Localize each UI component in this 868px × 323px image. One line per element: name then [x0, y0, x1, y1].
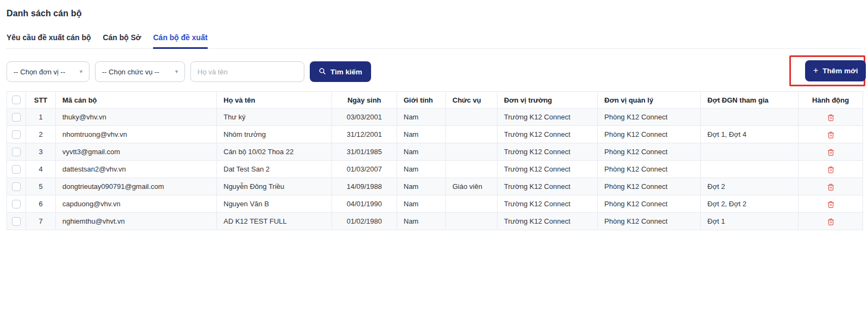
header-ma-can-bo: Mã cán bộ: [56, 92, 217, 109]
cell-dob: 01/03/2007: [332, 161, 397, 178]
chevron-down-icon: ▼: [174, 69, 179, 74]
cell-name: Thư ký: [217, 109, 332, 126]
row-checkbox-cell: [7, 143, 26, 161]
trash-icon[interactable]: [827, 113, 835, 122]
trash-icon[interactable]: [827, 131, 835, 139]
cell-dob: 14/09/1988: [332, 178, 397, 195]
cell-dob: 31/12/2001: [332, 126, 397, 143]
header-hanh-dong: Hành động: [799, 92, 863, 109]
search-button-label: Tìm kiếm: [330, 68, 362, 76]
table-row: 4dattestsan2@vhv.vnDat Test San 201/03/2…: [7, 161, 863, 178]
trash-icon[interactable]: [827, 218, 835, 226]
header-don-vi-truong: Đơn vị trường: [497, 92, 598, 109]
cell-rounds: Đợt 2, Đợt 2: [701, 195, 799, 213]
cell-stt: 2: [26, 126, 56, 143]
name-search-input[interactable]: [190, 61, 304, 82]
row-checkbox[interactable]: [12, 165, 21, 174]
cell-school: Trường K12 Connect: [497, 213, 598, 230]
trash-icon[interactable]: [827, 200, 835, 208]
cell-dob: 04/01/1990: [332, 195, 397, 213]
chevron-down-icon: ▼: [79, 69, 84, 74]
cell-gender: Nam: [397, 161, 446, 178]
row-checkbox[interactable]: [12, 217, 21, 226]
trash-icon[interactable]: [827, 183, 835, 191]
add-new-button[interactable]: + Thêm mới: [805, 60, 866, 81]
cell-school: Trường K12 Connect: [497, 143, 598, 161]
cell-code: nghiemthu@vhvt.vn: [56, 213, 217, 230]
tab-can-bo-so[interactable]: Cán bộ Sở: [103, 33, 142, 48]
row-actions-cell: [799, 109, 863, 126]
cell-managing: Phòng K12 Connect: [598, 161, 701, 178]
row-checkbox[interactable]: [12, 182, 21, 191]
cell-code: nhomtruong@vhv.vn: [56, 126, 217, 143]
cell-school: Trường K12 Connect: [497, 178, 598, 195]
cell-position: [446, 213, 497, 230]
row-actions-cell: [799, 195, 863, 213]
row-checkbox[interactable]: [12, 148, 21, 156]
header-dot-dgn: Đợt ĐGN tham gia: [701, 92, 799, 109]
cell-name: Dat Test San 2: [217, 161, 332, 178]
cell-position: [446, 143, 497, 161]
cell-name: Cán bộ 10/02 Thoa 22: [217, 143, 332, 161]
select-all-checkbox[interactable]: [12, 96, 21, 104]
page-title: Danh sách cán bộ: [7, 9, 861, 18]
tab-can-bo-de-xuat[interactable]: Cán bộ đề xuất: [153, 33, 207, 48]
cell-managing: Phòng K12 Connect: [598, 143, 701, 161]
cell-school: Trường K12 Connect: [497, 109, 598, 126]
cell-school: Trường K12 Connect: [497, 126, 598, 143]
cell-position: [446, 161, 497, 178]
header-ngay-sinh: Ngày sinh: [332, 92, 397, 109]
search-button[interactable]: Tìm kiếm: [310, 61, 371, 82]
filter-toolbar: -- Chọn đơn vị -- ▼ -- Chọn chức vụ -- ▼…: [7, 61, 861, 83]
row-checkbox-cell: [7, 126, 26, 143]
cell-code: dongtrieutay090791@gmail.com: [56, 178, 217, 195]
tab-bar: Yêu cầu đề xuất cán bộ Cán bộ Sở Cán bộ …: [7, 33, 861, 49]
cell-stt: 7: [26, 213, 56, 230]
cell-gender: Nam: [397, 126, 446, 143]
cell-stt: 5: [26, 178, 56, 195]
add-new-button-label: Thêm mới: [822, 67, 858, 75]
cell-school: Trường K12 Connect: [497, 195, 598, 213]
cell-managing: Phòng K12 Connect: [598, 213, 701, 230]
cell-stt: 6: [26, 195, 56, 213]
trash-icon[interactable]: [827, 148, 835, 156]
header-don-vi-quan-ly: Đơn vị quản lý: [598, 92, 701, 109]
cell-name: Nguyễn Đông Triều: [217, 178, 332, 195]
row-checkbox[interactable]: [12, 113, 21, 122]
cell-rounds: [701, 109, 799, 126]
row-checkbox[interactable]: [12, 130, 21, 139]
cell-managing: Phòng K12 Connect: [598, 126, 701, 143]
cell-gender: Nam: [397, 109, 446, 126]
cell-code: dattestsan2@vhv.vn: [56, 161, 217, 178]
cell-managing: Phòng K12 Connect: [598, 109, 701, 126]
table-row: 7nghiemthu@vhvt.vnAD K12 TEST FULL01/02/…: [7, 213, 863, 230]
cell-gender: Nam: [397, 178, 446, 195]
cell-dob: 31/01/1985: [332, 143, 397, 161]
cell-stt: 1: [26, 109, 56, 126]
unit-select-value: -- Chọn đơn vị --: [14, 68, 65, 76]
row-checkbox[interactable]: [12, 200, 21, 208]
cell-managing: Phòng K12 Connect: [598, 195, 701, 213]
cell-position: [446, 109, 497, 126]
row-checkbox-cell: [7, 178, 26, 195]
cell-rounds: Đợt 1: [701, 213, 799, 230]
tab-yeu-cau-de-xuat-can-bo[interactable]: Yêu cầu đề xuất cán bộ: [7, 33, 91, 48]
cell-code: vyvtt3@gmail.com: [56, 143, 217, 161]
cell-stt: 3: [26, 143, 56, 161]
cell-name: AD K12 TEST FULL: [217, 213, 332, 230]
cell-managing: Phòng K12 Connect: [598, 178, 701, 195]
header-chuc-vu: Chức vụ: [446, 92, 497, 109]
table-row: 6capduong@vhv.vnNguyen Văn B04/01/1990Na…: [7, 195, 863, 213]
row-actions-cell: [799, 126, 863, 143]
unit-select[interactable]: -- Chọn đơn vị -- ▼: [7, 61, 90, 82]
cell-rounds: Đợt 2: [701, 178, 799, 195]
trash-icon[interactable]: [827, 166, 835, 174]
cell-name: Nguyen Văn B: [217, 195, 332, 213]
row-actions-cell: [799, 143, 863, 161]
row-actions-cell: [799, 178, 863, 195]
row-actions-cell: [799, 213, 863, 230]
row-checkbox-cell: [7, 161, 26, 178]
row-checkbox-cell: [7, 213, 26, 230]
position-select[interactable]: -- Chọn chức vụ -- ▼: [95, 61, 185, 82]
row-checkbox-cell: [7, 195, 26, 213]
